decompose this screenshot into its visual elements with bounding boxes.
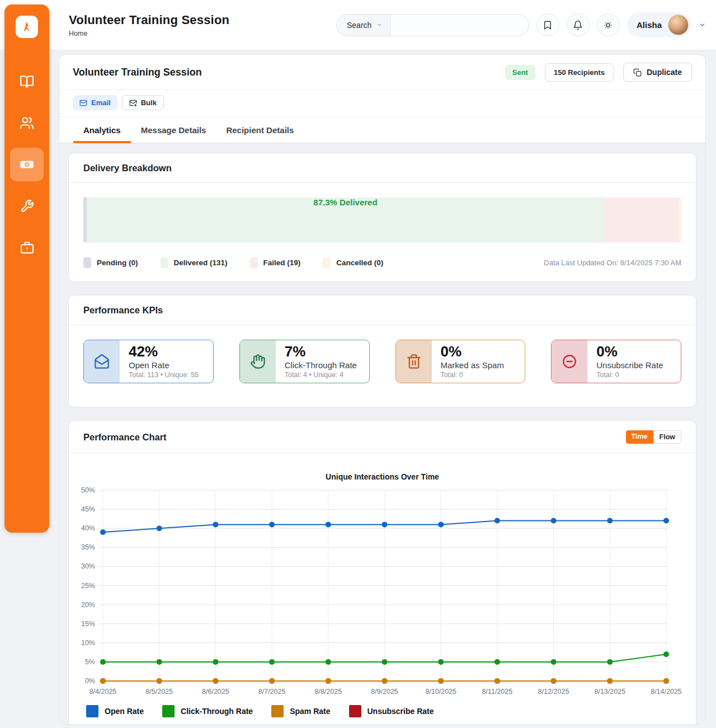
delivery-legend: Pending (0) Delivered (131) Failed (19) <box>83 257 681 268</box>
tab-message-details[interactable]: Message Details <box>131 117 216 143</box>
sidebar-nav <box>10 68 44 275</box>
svg-text:50%: 50% <box>81 486 95 494</box>
svg-text:8/13/2025: 8/13/2025 <box>594 688 625 696</box>
duplicate-button[interactable]: Duplicate <box>623 63 692 82</box>
wrench-icon <box>20 199 34 213</box>
kpi-card-click-through-rate: 7% Click-Through Rate Total: 4 • Unique:… <box>239 340 370 383</box>
svg-text:0%: 0% <box>85 677 95 685</box>
kpi-subtext: Total: 0 <box>596 371 663 379</box>
cancelled-segment <box>679 198 681 242</box>
tab-analytics[interactable]: Analytics <box>73 117 131 143</box>
legend-item-delivered: Delivered (131) <box>161 257 228 268</box>
performance-kpis-panel: Performance KPIs 42% Open Rate Total: 11… <box>68 295 696 407</box>
svg-text:8/8/2025: 8/8/2025 <box>314 688 342 696</box>
page-title: Volunteer Training Session <box>69 13 229 27</box>
kpis-panel-header: Performance KPIs <box>69 295 696 325</box>
kpi-subtext: Total: 4 • Unique: 4 <box>285 371 357 379</box>
bell-icon <box>573 20 583 30</box>
sidebar-item-work[interactable] <box>13 234 40 261</box>
line-chart: 0%5%10%15%20%25%30%35%40%45%50%8/4/20258… <box>69 485 697 703</box>
kpi-subtext: Total: 113 • Unique: 55 <box>129 371 199 379</box>
svg-text:8/4/2025: 8/4/2025 <box>90 688 117 696</box>
campaign-card: Volunteer Training Session Sent 150 Reci… <box>59 54 706 725</box>
mail-plus-icon <box>129 99 137 107</box>
svg-text:10%: 10% <box>81 639 95 647</box>
kpi-icon-strip <box>396 340 432 383</box>
sidebar <box>4 4 49 533</box>
unsubscribe-rate-swatch <box>349 705 361 717</box>
performance-chart-panel: Performance Chart Time Flow Unique Inter… <box>68 420 696 724</box>
legend-item-unsubscribe-rate: Unsubscribe Rate <box>349 705 434 717</box>
brand-arrow-icon <box>20 20 34 34</box>
kpi-label: Click-Through Rate <box>285 360 357 370</box>
delivery-panel-header: Delivery Breakdown <box>69 153 696 183</box>
sidebar-item-people[interactable] <box>13 110 40 137</box>
svg-text:8/5/2025: 8/5/2025 <box>145 688 173 696</box>
bookmark-button[interactable] <box>536 13 559 36</box>
notifications-button[interactable] <box>567 13 590 36</box>
svg-text:35%: 35% <box>81 543 95 551</box>
avatar <box>668 15 689 35</box>
kpi-subtext: Total: 0 <box>441 371 504 379</box>
legend-item-failed: Failed (19) <box>250 257 301 268</box>
bulk-badge-label: Bulk <box>141 98 157 107</box>
delivered-swatch <box>161 257 168 268</box>
legend-item-pending: Pending (0) <box>83 257 138 268</box>
toggle-time-button[interactable]: Time <box>626 430 653 444</box>
svg-text:45%: 45% <box>81 505 95 513</box>
envelope-open-icon <box>94 354 110 369</box>
user-name: Alisha <box>637 20 662 30</box>
mail-icon <box>79 99 87 107</box>
users-icon <box>20 116 34 130</box>
tab-recipient-details[interactable]: Recipient Details <box>216 117 304 143</box>
svg-text:8/10/2025: 8/10/2025 <box>425 688 456 696</box>
theme-button[interactable] <box>597 13 620 36</box>
chart-legend: Open Rate Click-Through Rate Spam Rate <box>86 705 696 724</box>
svg-text:5%: 5% <box>85 658 95 666</box>
search-box: Search <box>336 14 529 36</box>
delivery-panel-body: 87.3% Delivered Pending (0) Delivered (1… <box>69 183 696 281</box>
click-through-rate-swatch <box>162 705 175 717</box>
kpi-row: 42% Open Rate Total: 113 • Unique: 55 7%… <box>69 325 696 407</box>
email-badge-label: Email <box>91 98 111 107</box>
type-badges: Email Bulk <box>59 89 705 116</box>
open-rate-swatch <box>86 705 98 717</box>
search-scope-select[interactable]: Search <box>337 15 390 36</box>
kpi-value: 7% <box>285 344 357 359</box>
header-actions: Search Alisha <box>336 12 706 37</box>
sidebar-item-payments[interactable] <box>10 148 44 181</box>
status-badge: Sent <box>505 65 535 80</box>
trash-icon <box>406 354 422 369</box>
chart-panel-title: Performance Chart <box>83 432 167 443</box>
campaign-actions: Sent 150 Recipients Duplicate <box>505 63 692 82</box>
svg-text:30%: 30% <box>81 562 95 570</box>
svg-text:8/9/2025: 8/9/2025 <box>371 688 398 696</box>
kpis-title: Performance KPIs <box>83 305 163 316</box>
briefcase-icon <box>20 241 34 255</box>
toggle-flow-button[interactable]: Flow <box>653 430 681 444</box>
kpi-label: Unsubscribe Rate <box>596 360 663 370</box>
duplicate-label: Duplicate <box>647 68 682 77</box>
kpi-value: 42% <box>129 344 199 359</box>
svg-text:25%: 25% <box>81 582 95 590</box>
search-input[interactable] <box>390 15 529 36</box>
user-menu-chevron-icon[interactable] <box>699 21 706 29</box>
sidebar-item-tools[interactable] <box>13 192 40 219</box>
kpi-value: 0% <box>596 344 663 359</box>
copy-icon <box>633 68 642 77</box>
breadcrumb[interactable]: Home <box>69 30 229 37</box>
last-updated-text: Data Last Updated On: 8/14/2025 7:30 AM <box>544 259 681 267</box>
user-menu[interactable]: Alisha <box>627 12 691 37</box>
chart-panel-header: Performance Chart Time Flow <box>69 421 696 453</box>
kpi-label: Marked as Spam <box>441 360 504 370</box>
chevron-down-icon <box>376 22 383 28</box>
bookmark-icon <box>543 20 553 30</box>
legend-item-click-through-rate: Click-Through Rate <box>162 705 253 717</box>
app-logo[interactable] <box>16 16 38 38</box>
legend-item-spam-rate: Spam Rate <box>271 705 330 717</box>
bulk-type-badge: Bulk <box>122 95 164 110</box>
kpi-icon-strip <box>240 340 276 383</box>
search-scope-label: Search <box>347 21 371 30</box>
sidebar-item-library[interactable] <box>13 68 40 95</box>
recipients-button[interactable]: 150 Recipients <box>545 63 614 82</box>
